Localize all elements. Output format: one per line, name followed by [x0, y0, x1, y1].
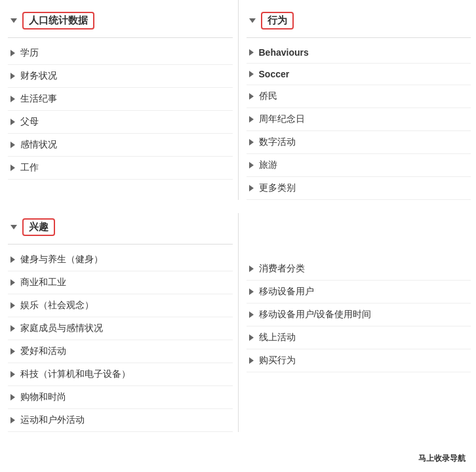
chevron-right-icon	[249, 266, 254, 272]
chevron-right-icon	[10, 50, 15, 56]
list-item[interactable]: 工作	[8, 157, 233, 180]
list-item[interactable]: 家庭成员与感情状况	[8, 317, 233, 340]
list-item[interactable]: 运动和户外活动	[8, 409, 233, 432]
item-label: 线上活动	[259, 332, 296, 344]
list-item[interactable]: 移动设备用户/设备使用时间	[247, 304, 471, 326]
item-label: 购买行为	[259, 355, 296, 366]
list-item[interactable]: 购物和时尚	[8, 386, 233, 409]
left-bottom-header: 兴趣	[8, 213, 233, 241]
chevron-right-icon	[10, 142, 15, 148]
list-item[interactable]: 数字活动	[247, 131, 471, 154]
list-item[interactable]: 健身与养生（健身）	[8, 248, 233, 271]
list-item[interactable]: 更多类别	[247, 177, 471, 200]
chevron-right-icon	[10, 348, 15, 355]
item-label: 消费者分类	[259, 263, 305, 275]
item-label: 家庭成员与感情状况	[20, 323, 103, 334]
chevron-right-icon	[249, 288, 254, 295]
list-item[interactable]: Soccer	[247, 64, 471, 85]
item-label: 侨民	[259, 90, 277, 102]
item-label: 旅游	[259, 159, 277, 171]
chevron-right-icon	[10, 165, 15, 171]
left-bottom-section: 兴趣 健身与养生（健身）商业和工业娱乐（社会观念）家庭成员与感情状况爱好和活动科…	[0, 213, 239, 432]
left-top-list: 学历财务状况生活纪事父母感情状况工作	[8, 42, 233, 180]
list-item[interactable]: Behaviours	[247, 42, 471, 64]
list-item[interactable]: 线上活动	[247, 326, 471, 349]
item-label: Soccer	[259, 69, 290, 79]
item-label: 父母	[20, 116, 39, 128]
chevron-right-icon	[249, 311, 254, 318]
chevron-right-icon	[10, 256, 15, 263]
list-item[interactable]: 侨民	[247, 85, 471, 108]
list-item[interactable]: 周年纪念日	[247, 108, 471, 131]
item-label: 爱好和活动	[20, 345, 66, 357]
right-bottom-section: 消费者分类移动设备用户移动设备用户/设备使用时间线上活动购买行为	[239, 213, 477, 432]
list-item[interactable]: 科技（计算机和电子设备）	[8, 363, 233, 386]
list-item[interactable]: 移动设备用户	[247, 281, 471, 304]
chevron-right-icon	[249, 93, 254, 100]
right-top-header: 行为	[247, 7, 471, 35]
chevron-down-icon-left-bottom[interactable]	[10, 225, 17, 229]
chevron-right-icon	[249, 334, 254, 341]
chevron-down-icon[interactable]	[10, 18, 17, 23]
left-bottom-list: 健身与养生（健身）商业和工业娱乐（社会观念）家庭成员与感情状况爱好和活动科技（计…	[8, 248, 233, 432]
item-label: 数字活动	[259, 136, 296, 148]
watermark-text: 马上收录导航	[414, 452, 469, 465]
right-top-list: BehavioursSoccer侨民周年纪念日数字活动旅游更多类别	[247, 42, 471, 200]
item-label: 娱乐（社会观念）	[20, 300, 94, 311]
item-label: 学历	[20, 47, 39, 59]
chevron-right-icon	[249, 49, 254, 56]
item-label: 运动和户外活动	[20, 414, 85, 426]
list-item[interactable]: 消费者分类	[247, 258, 471, 281]
item-label: Behaviours	[259, 47, 309, 58]
item-label: 财务状况	[20, 70, 57, 82]
list-item[interactable]: 感情状况	[8, 134, 233, 157]
item-label: 感情状况	[20, 139, 57, 151]
chevron-right-icon	[10, 371, 15, 378]
chevron-right-icon	[10, 325, 15, 332]
chevron-right-icon	[10, 73, 15, 79]
list-item[interactable]: 商业和工业	[8, 271, 233, 294]
chevron-right-icon	[10, 394, 15, 401]
chevron-right-icon	[10, 417, 15, 423]
item-label: 生活纪事	[20, 93, 57, 105]
list-item[interactable]: 购买行为	[247, 349, 471, 372]
chevron-right-icon	[10, 302, 15, 309]
item-label: 健身与养生（健身）	[20, 254, 103, 266]
list-item[interactable]: 父母	[8, 111, 233, 134]
list-item[interactable]: 生活纪事	[8, 88, 233, 111]
item-label: 购物和时尚	[20, 391, 66, 403]
chevron-right-icon	[10, 96, 15, 102]
chevron-right-icon	[249, 116, 254, 123]
item-label: 更多类别	[259, 182, 296, 194]
chevron-right-icon	[249, 185, 254, 191]
list-item[interactable]: 娱乐（社会观念）	[8, 294, 233, 317]
left-bottom-title: 兴趣	[22, 218, 55, 236]
right-top-section: 行为 BehavioursSoccer侨民周年纪念日数字活动旅游更多类别	[239, 0, 477, 200]
left-top-title: 人口统计数据	[22, 12, 94, 30]
chevron-right-icon	[249, 162, 254, 168]
item-label: 周年纪念日	[259, 113, 305, 125]
left-top-header: 人口统计数据	[8, 7, 233, 35]
list-item[interactable]: 学历	[8, 42, 233, 65]
item-label: 移动设备用户	[259, 286, 314, 298]
chevron-down-icon-right[interactable]	[249, 18, 256, 23]
item-label: 科技（计算机和电子设备）	[20, 368, 130, 380]
chevron-right-icon	[249, 139, 254, 146]
chevron-right-icon	[10, 119, 15, 125]
chevron-right-icon	[10, 279, 15, 286]
left-top-section: 人口统计数据 学历财务状况生活纪事父母感情状况工作	[0, 0, 239, 200]
right-top-title: 行为	[261, 12, 294, 30]
chevron-right-icon	[249, 71, 254, 77]
list-item[interactable]: 爱好和活动	[8, 340, 233, 363]
chevron-right-icon	[249, 357, 254, 364]
list-item[interactable]: 财务状况	[8, 65, 233, 88]
right-bottom-list: 消费者分类移动设备用户移动设备用户/设备使用时间线上活动购买行为	[247, 258, 471, 372]
list-item[interactable]: 旅游	[247, 154, 471, 177]
item-label: 工作	[20, 162, 39, 174]
item-label: 移动设备用户/设备使用时间	[259, 309, 372, 321]
item-label: 商业和工业	[20, 277, 66, 288]
